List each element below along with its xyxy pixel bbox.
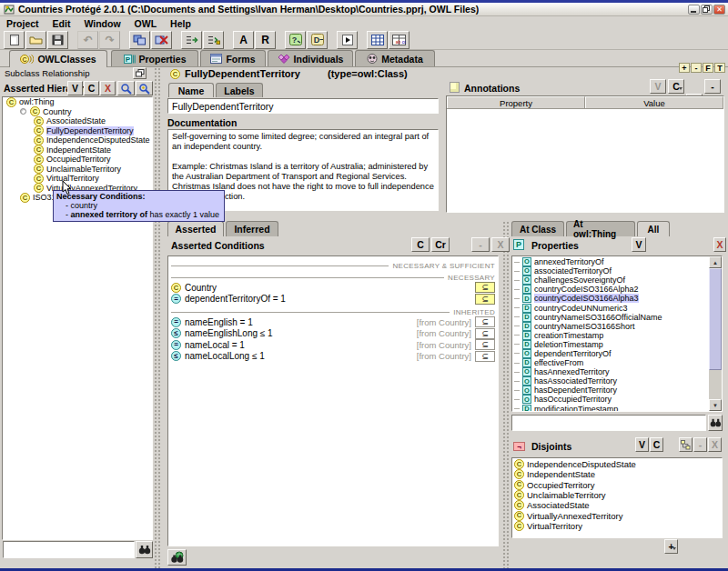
conditions-create-restriction-button[interactable]: Cr	[431, 237, 450, 252]
minimize-button[interactable]	[688, 5, 700, 15]
properties-scrollbar[interactable]: ▲ ▼	[709, 256, 722, 411]
condition-row[interactable]: ≤nameLocalLong ≤ 1[from Country]⊆	[171, 351, 495, 363]
scroll-down-arrow[interactable]: ▼	[709, 399, 722, 411]
hierarchy-find-button[interactable]	[136, 541, 153, 558]
insert-widget-config-icon[interactable]	[203, 31, 224, 49]
subclass-toggle-button[interactable]: ⊆	[475, 351, 495, 362]
property-item-effectiveFrom[interactable]: DeffectiveFrom	[514, 358, 720, 367]
scroll-up-arrow[interactable]: ▲	[709, 256, 722, 268]
tab-labels[interactable]: Labels	[216, 83, 263, 97]
tab-at-class[interactable]: At Class	[511, 221, 564, 236]
tab-name[interactable]: Name	[168, 83, 214, 97]
class-name-input[interactable]	[167, 98, 439, 114]
tree-item-OccupiedTerritory[interactable]: COccupiedTerritory	[3, 155, 152, 165]
conditions-create-class-button[interactable]: C	[411, 237, 430, 252]
owl-find-button[interactable]	[167, 549, 187, 566]
properties-delete-button[interactable]: X	[713, 237, 726, 252]
layout-config-icon[interactable]: abcd	[389, 31, 410, 49]
tab-owlclasses[interactable]: C OWLClasses	[9, 50, 107, 67]
run-query-icon[interactable]	[337, 31, 358, 49]
copy-class-icon[interactable]	[129, 31, 150, 49]
tree-item-IndependenceDisputedState[interactable]: CIndependenceDisputedState	[3, 135, 152, 145]
condition-row[interactable]: CCountry⊆	[171, 282, 495, 294]
properties-search-input[interactable]	[511, 415, 706, 431]
annotations-remove-button[interactable]: -	[704, 79, 721, 94]
property-item-challengesSovereigntyOf[interactable]: OchallengesSovereigntyOf	[514, 275, 720, 285]
owl-classify-icon[interactable]: D	[307, 31, 328, 49]
subclass-toggle-button[interactable]: ⊆	[475, 316, 495, 327]
tab-inferred[interactable]: Inferred	[226, 221, 278, 236]
property-item-countryCodeISO3166Alpha2[interactable]: DcountryCodeISO3166Alpha2	[514, 285, 720, 294]
property-item-countryCodeISO3166Alpha3[interactable]: DcountryCodeISO3166Alpha3	[514, 294, 720, 303]
conditions-delete-button[interactable]: X	[491, 237, 510, 252]
annotations-a-icon[interactable]: A	[233, 31, 254, 49]
close-button[interactable]: ✕	[713, 5, 725, 15]
open-project-icon[interactable]	[25, 31, 46, 49]
detach-view-button[interactable]	[133, 67, 147, 79]
tree-item-AssociatedState[interactable]: CAssociatedState	[3, 116, 152, 126]
property-item-deletionTimestamp[interactable]: DdeletionTimestamp	[514, 340, 720, 349]
disjoint-item-VirtuallyAnnexedTerritory[interactable]: CVirtuallyAnnexedTerritory	[514, 510, 720, 520]
tab-individuals[interactable]: Individuals	[268, 50, 353, 66]
condition-row[interactable]: =dependentTerritoryOf = 1⊆	[171, 294, 495, 306]
property-item-associatedTerritoryOf[interactable]: OassociatedTerritoryOf	[514, 266, 720, 275]
hierarchy-view-button[interactable]: V	[67, 81, 83, 95]
conditions-remove-button[interactable]: -	[471, 237, 490, 252]
subclass-toggle-button[interactable]: ⊆	[475, 282, 495, 293]
insert-widget-icon[interactable]	[181, 31, 202, 49]
tab-properties[interactable]: P Properties	[111, 50, 198, 66]
tree-item-owl:Thing[interactable]: Cowl:Thing	[3, 97, 152, 107]
properties-find-button[interactable]	[708, 415, 723, 431]
restore-button[interactable]	[701, 5, 713, 15]
tab-forms[interactable]: Forms	[200, 50, 266, 66]
restrictions-r-icon[interactable]: R	[255, 31, 276, 49]
condition-row[interactable]: =nameEnglish = 1[from Country]⊆	[171, 316, 495, 328]
disjoints-view-button[interactable]: V	[635, 437, 649, 452]
subclass-toggle-button[interactable]: ⊆	[475, 328, 495, 339]
superclass-search-button[interactable]	[117, 81, 135, 95]
widget-f-button[interactable]: F	[703, 63, 713, 73]
property-item-hasOccupiedTerritory[interactable]: OhasOccupiedTerritory	[514, 395, 720, 404]
new-project-icon[interactable]	[4, 31, 25, 49]
subclass-toggle-button[interactable]: ⊆	[475, 339, 495, 350]
tree-item-VirtualTerritory[interactable]: CVirtualTerritory	[3, 174, 152, 184]
subclass-toggle-button[interactable]: ⊆	[475, 294, 495, 305]
delete-class-icon[interactable]	[151, 31, 172, 49]
property-item-hasAssociatedTerritory[interactable]: OhasAssociatedTerritory	[514, 376, 720, 386]
menu-item-help[interactable]: Help	[170, 18, 191, 29]
subclass-search-button[interactable]	[136, 81, 153, 95]
widget-t-button[interactable]: T	[714, 63, 725, 73]
property-item-dependentTerritoryOf[interactable]: OdependentTerritoryOf	[514, 349, 720, 358]
disjoints-siblings-button[interactable]	[679, 437, 693, 452]
hierarchy-search-input[interactable]	[3, 541, 135, 558]
right-splitter[interactable]	[502, 221, 510, 570]
condition-row[interactable]: ≤nameEnglishLong ≤ 1[from Country]⊆	[171, 328, 495, 340]
disjoint-item-IndependenceDisputedState[interactable]: CIndependenceDisputedState	[514, 459, 720, 469]
property-item-countryNameISO3166Short[interactable]: DcountryNameISO3166Short	[514, 322, 720, 331]
tree-item-UnclaimableTerritory[interactable]: CUnclaimableTerritory	[3, 165, 152, 175]
menu-item-window[interactable]: Window	[84, 18, 120, 29]
property-item-countryNameISO3166OfficialName[interactable]: DcountryNameISO3166OfficialName	[514, 313, 720, 322]
save-project-icon[interactable]	[47, 31, 68, 49]
disjoints-create-button[interactable]: C	[650, 437, 663, 452]
disjoints-add-button[interactable]: +	[664, 539, 678, 554]
owl-test-icon[interactable]: ?	[285, 31, 306, 49]
tab-asserted[interactable]: Asserted	[167, 221, 224, 236]
tab-all[interactable]: All	[637, 221, 670, 236]
tab-metadata[interactable]: Metadata	[355, 50, 435, 66]
left-splitter[interactable]	[154, 67, 162, 570]
annotations-create-button[interactable]: C	[668, 79, 684, 94]
tree-item-IndependentState[interactable]: CIndependentState	[3, 145, 152, 155]
menu-item-owl[interactable]: OWL	[135, 18, 157, 29]
property-item-hasAnnexedTerritory[interactable]: OhasAnnexedTerritory	[514, 367, 720, 376]
expander-knob[interactable]	[20, 108, 26, 115]
property-item-creationTimestamp[interactable]: DcreationTimestamp	[514, 331, 720, 340]
widget-plus-button[interactable]: +	[679, 63, 690, 73]
widget-minus-button[interactable]: -	[691, 63, 702, 73]
hierarchy-delete-button[interactable]: X	[100, 81, 116, 95]
forms-table-icon[interactable]	[367, 31, 388, 49]
annotations-col-value[interactable]: Value	[585, 96, 723, 108]
disjoint-item-AssociatedState[interactable]: CAssociatedState	[514, 500, 720, 510]
property-item-annexedTerritoryOf[interactable]: OannexedTerritoryOf	[514, 257, 720, 266]
disjoint-item-UnclaimableTerritory[interactable]: CUnclaimableTerritory	[514, 490, 720, 500]
